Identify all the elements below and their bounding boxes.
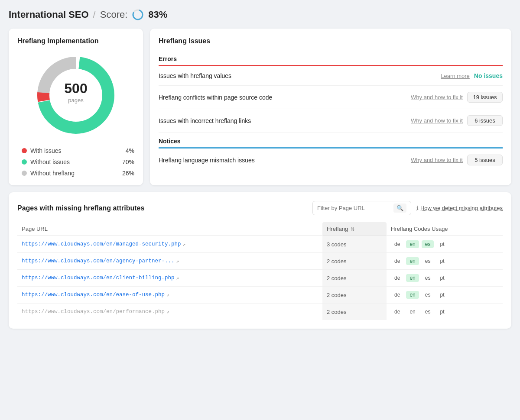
hreflang-code-count: 2 codes bbox=[327, 258, 347, 265]
table-row: https://www.cloudways.com/en/performance… bbox=[17, 304, 503, 320]
table-cell-url: https://www.cloudways.com/en/managed-sec… bbox=[17, 236, 322, 253]
detect-link: ℹ How we detect missing attributes bbox=[416, 205, 503, 211]
url-link[interactable]: https://www.cloudways.com/en/ease-of-use… bbox=[22, 292, 318, 298]
lang-tag-en: en bbox=[406, 274, 419, 282]
filter-input[interactable] bbox=[317, 205, 391, 211]
notice-badge-0: 5 issues bbox=[467, 155, 503, 165]
score-label: Score: bbox=[100, 9, 128, 20]
table-cell-codes: deenespt bbox=[387, 304, 503, 320]
lang-tag-de: de bbox=[391, 257, 403, 265]
donut-chart: 500 pages bbox=[32, 52, 119, 139]
legend-dot-without-hreflang bbox=[22, 171, 27, 176]
external-link-icon: ↗ bbox=[166, 309, 169, 315]
why-fix-link-1[interactable]: Why and how to fix it bbox=[411, 94, 463, 100]
external-link-icon: ↗ bbox=[183, 242, 186, 247]
no-issues-badge: No issues bbox=[474, 72, 503, 79]
url-link[interactable]: https://www.cloudways.com/en/performance… bbox=[22, 309, 318, 315]
table-cell-url: https://www.cloudways.com/en/client-bill… bbox=[17, 270, 322, 287]
table-cell-url: https://www.cloudways.com/en/ease-of-use… bbox=[17, 287, 322, 304]
table-header-row: Pages with missing hreflang attributes 🔍… bbox=[17, 201, 503, 215]
lang-tag-es: es bbox=[422, 291, 434, 299]
external-link-icon: ↗ bbox=[166, 292, 169, 298]
issue-label-2: Issues with incorrect hreflang links bbox=[159, 117, 406, 124]
lang-tag-pt: pt bbox=[436, 257, 448, 265]
top-section: Hreflang Implementation 500 pages With i… bbox=[9, 29, 511, 185]
issue-label-0: Issues with hreflang values bbox=[159, 72, 436, 79]
issue-label-1: Hreflang conflicts within page source co… bbox=[159, 94, 406, 101]
legend-label-with-issues: With issues bbox=[30, 147, 115, 154]
table-cell-hreflang: 3 codes bbox=[322, 236, 387, 253]
hreflang-code-count: 2 codes bbox=[327, 275, 347, 281]
table-row: https://www.cloudways.com/en/agency-part… bbox=[17, 253, 503, 270]
learn-more-link[interactable]: Learn more bbox=[441, 73, 469, 79]
issue-row-incorrect-links: Issues with incorrect hreflang links Why… bbox=[159, 109, 503, 132]
table-cell-codes: deenespt bbox=[387, 236, 503, 253]
hreflang-code-count: 2 codes bbox=[327, 309, 347, 315]
lang-tag-de: de bbox=[391, 274, 403, 282]
lang-tag-es: es bbox=[422, 274, 434, 282]
legend-pct-with-issues: 4% bbox=[119, 147, 134, 154]
legend-item-without-issues: Without issues 70% bbox=[22, 158, 134, 165]
table-cell-codes: deenespt bbox=[387, 287, 503, 304]
table-row: https://www.cloudways.com/en/client-bill… bbox=[17, 270, 503, 287]
lang-tag-pt: pt bbox=[436, 291, 448, 299]
legend-label-without-issues: Without issues bbox=[30, 158, 115, 165]
url-link[interactable]: https://www.cloudways.com/en/agency-part… bbox=[22, 258, 318, 264]
lang-tag-en: en bbox=[406, 240, 419, 248]
hreflang-code-count: 3 codes bbox=[327, 241, 347, 248]
title-text: International SEO bbox=[9, 9, 89, 20]
notice-label-0: Hreflang language mismatch issues bbox=[159, 157, 406, 164]
issue-badge-1: 19 issues bbox=[467, 92, 503, 103]
table-row: https://www.cloudways.com/en/managed-sec… bbox=[17, 236, 503, 253]
missing-hreflang-card: Pages with missing hreflang attributes 🔍… bbox=[9, 192, 511, 329]
url-link[interactable]: https://www.cloudways.com/en/client-bill… bbox=[22, 275, 318, 281]
hreflang-implementation-card: Hreflang Implementation 500 pages With i… bbox=[9, 29, 143, 185]
search-button[interactable]: 🔍 bbox=[393, 204, 406, 213]
col-codes: Hreflang Codes Usage bbox=[387, 222, 503, 236]
svg-text:pages: pages bbox=[68, 97, 84, 103]
legend-dot-without-issues bbox=[22, 159, 27, 165]
why-fix-link-notice[interactable]: Why and how to fix it bbox=[411, 157, 463, 163]
legend-label-without-hreflang: Without hreflang bbox=[30, 170, 115, 177]
lang-tag-es: es bbox=[422, 240, 434, 248]
table-row: https://www.cloudways.com/en/ease-of-use… bbox=[17, 287, 503, 304]
lang-tag-en: en bbox=[406, 308, 419, 316]
col-url: Page URL bbox=[17, 222, 322, 236]
why-fix-link-2[interactable]: Why and how to fix it bbox=[411, 117, 463, 124]
page-title: International SEO / Score: 83% bbox=[9, 9, 511, 21]
hreflang-issues-card: Hreflang Issues Errors Issues with hrefl… bbox=[150, 29, 511, 185]
lang-tag-es: es bbox=[422, 308, 434, 316]
lang-tag-en: en bbox=[406, 257, 419, 265]
notice-row-language-mismatch: Hreflang language mismatch issues Why an… bbox=[159, 149, 503, 171]
lang-tag-de: de bbox=[391, 308, 403, 316]
notices-header: Notices bbox=[159, 134, 503, 147]
table-title: Pages with missing hreflang attributes bbox=[17, 204, 307, 212]
detect-link-text[interactable]: How we detect missing attributes bbox=[420, 205, 503, 211]
lang-tag-de: de bbox=[391, 291, 403, 299]
filter-input-wrap[interactable]: 🔍 bbox=[312, 201, 411, 215]
lang-tag-en: en bbox=[406, 291, 419, 299]
table-cell-hreflang: 2 codes bbox=[322, 253, 387, 270]
score-ring-icon bbox=[132, 9, 144, 21]
hreflang-code-count: 2 codes bbox=[327, 292, 347, 298]
lang-tag-es: es bbox=[422, 257, 434, 265]
table-cell-hreflang: 2 codes bbox=[322, 304, 387, 320]
title-divider: / bbox=[93, 9, 96, 20]
legend-pct-without-hreflang: 26% bbox=[119, 170, 134, 177]
legend-item-with-issues: With issues 4% bbox=[22, 147, 134, 154]
url-link[interactable]: https://www.cloudways.com/en/managed-sec… bbox=[22, 241, 318, 247]
table-head: Page URL Hreflang ⇅ Hreflang Codes Usage bbox=[17, 222, 503, 236]
issue-row-hreflang-values: Issues with hreflang values Learn more N… bbox=[159, 66, 503, 86]
col-hreflang[interactable]: Hreflang ⇅ bbox=[322, 222, 387, 236]
table-cell-hreflang: 2 codes bbox=[322, 287, 387, 304]
right-card-title: Hreflang Issues bbox=[159, 37, 503, 45]
legend-item-without-hreflang: Without hreflang 26% bbox=[22, 170, 134, 177]
sort-icon: ⇅ bbox=[351, 226, 354, 232]
legend-dot-with-issues bbox=[22, 148, 27, 153]
donut-chart-container: 500 pages bbox=[17, 52, 134, 139]
legend: With issues 4% Without issues 70% Withou… bbox=[17, 147, 134, 177]
legend-pct-without-issues: 70% bbox=[119, 158, 134, 165]
table-body: https://www.cloudways.com/en/managed-sec… bbox=[17, 236, 503, 320]
svg-text:500: 500 bbox=[64, 81, 87, 96]
external-link-icon: ↗ bbox=[176, 275, 179, 281]
